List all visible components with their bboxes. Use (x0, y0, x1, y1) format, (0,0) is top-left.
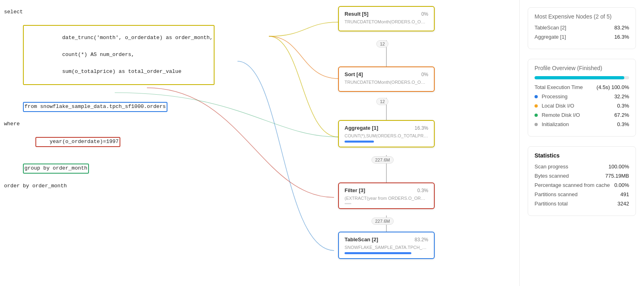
node-scan-header: TableScan [2] 83.2% (345, 236, 428, 242)
metric-dot-0 (535, 95, 538, 98)
sql-line-select: select (4, 8, 215, 17)
node-tablescan[interactable]: TableScan [2] 83.2% SNOWFLAKE_SAMPLE_DAT… (338, 232, 435, 259)
profile-metric-value-1: 0.3% (617, 103, 629, 109)
stat-value-4: 3242 (617, 201, 629, 207)
stat-label-3: Partitions scanned (535, 191, 578, 197)
node-filter-header: Filter [3] 0.3% (345, 187, 428, 193)
right-panel: Most Expensive Nodes (2 of 5) TableScan … (519, 0, 644, 286)
stat-value-0: 100.00% (609, 164, 629, 170)
stat-value-1: 775.19MB (605, 173, 629, 179)
profile-progress-fill (535, 76, 624, 79)
expensive-node-name-0: TableScan [2] (535, 25, 566, 31)
statistics-title: Statistics (535, 152, 629, 159)
node-scan-pct: 83.2% (415, 237, 428, 242)
statistics-section: Statistics Scan progress 100.00% Bytes s… (528, 146, 636, 216)
node-result-pct: 0% (421, 11, 428, 17)
metric-dot-1 (535, 104, 538, 108)
sql-orderby-line: order by order_month (4, 182, 215, 191)
expensive-node-pct-0: 83.2% (614, 25, 629, 31)
metric-dot-3 (535, 123, 538, 126)
sql-from-highlight: from snowflake_sample_data.tpch_sf1000.o… (23, 102, 167, 112)
profile-metric-label-3: Initialization (535, 121, 569, 127)
profile-metric-label-0: Processing (535, 93, 568, 99)
sql-where-line: where (4, 120, 215, 128)
metric-dot-2 (535, 114, 538, 117)
profile-metric-1: Local Disk I/O 0.3% (535, 103, 629, 109)
node-aggregate[interactable]: Aggregate [1] 16.3% COUNT(*),SUM(ORDERS.… (338, 120, 435, 147)
profile-metric-value-0: 32.2% (614, 93, 629, 99)
expensive-row-1: Aggregate [1] 16.3% (535, 34, 629, 40)
profile-exec-label: Total Execution Time (535, 84, 583, 90)
profile-metric-2: Remote Disk I/O 67.2% (535, 112, 629, 118)
profile-metric-0: Processing 32.2% (535, 93, 629, 99)
node-filter-title: Filter [3] (345, 187, 365, 193)
sql-code-block: select date_trunc('month', o_orderdate) … (4, 8, 215, 191)
sql-from-line: from snowflake_sample_data.tpch_sf1000.o… (4, 93, 215, 120)
expensive-nodes-title: Most Expensive Nodes (2 of 5) (535, 13, 629, 20)
expensive-row-0: TableScan [2] 83.2% (535, 25, 629, 31)
node-agg-sub: COUNT(*),SUM(ORDERS.O_TOTALPRICE) (345, 133, 428, 138)
sql-highlight-select-block: date_trunc('month', o_orderdate) as orde… (4, 17, 215, 93)
node-sort[interactable]: Sort [4] 0% TRUNCDATETOMonth(ORDERS.O_OR… (338, 66, 435, 92)
sql-where-condition-line: year(o_orderdate)=1997 (4, 128, 215, 155)
expensive-node-pct-1: 16.3% (614, 34, 629, 40)
stat-label-0: Scan progress (535, 164, 568, 170)
profile-exec-value: (4.5s) 100.0% (597, 84, 629, 90)
profile-progress-bar (535, 76, 629, 79)
node-agg-pct: 16.3% (415, 125, 428, 131)
profile-metric-value-3: 0.3% (617, 121, 629, 127)
node-filter-sub: (EXTRACT(year from ORDERS.O_ORDER... (345, 196, 428, 201)
node-agg-header: Aggregate [1] 16.3% (345, 125, 428, 131)
profile-overview-title: Profile Overview (Finished) (535, 65, 629, 71)
profile-overview-section: Profile Overview (Finished) Total Execut… (528, 59, 636, 137)
node-result-sub: TRUNCDATETOMonth(ORDERS.O_ORDE... (345, 19, 428, 24)
node-sort-pct: 0% (421, 72, 428, 77)
sql-where-highlight: year(o_orderdate)=1997 (35, 137, 120, 147)
stat-value-3: 491 (620, 191, 629, 197)
stat-value-2: 0.00% (614, 182, 629, 188)
edge-label-sort-agg: 12 (376, 98, 388, 105)
node-sort-header: Sort [4] 0% (345, 71, 428, 77)
sql-groupby-line: group by order_month (4, 155, 215, 182)
node-filter-bar (345, 203, 351, 204)
node-result-header: Result [5] 0% (345, 11, 428, 17)
stat-label-4: Partitions total (535, 201, 568, 207)
stat-row-4: Partitions total 3242 (535, 201, 629, 207)
node-sort-title: Sort [4] (345, 71, 363, 77)
sql-select-highlight: date_trunc('month', o_orderdate) as orde… (23, 25, 215, 85)
edge-label-result-sort: 12 (376, 40, 388, 48)
node-scan-bar (345, 252, 411, 254)
node-agg-bar (345, 141, 374, 143)
stat-row-0: Scan progress 100.00% (535, 164, 629, 170)
expensive-nodes-section: Most Expensive Nodes (2 of 5) TableScan … (528, 7, 636, 49)
node-filter-pct: 0.3% (417, 188, 428, 193)
sql-groupby-highlight: group by order_month (23, 164, 89, 174)
stat-label-2: Percentage scanned from cache (535, 182, 610, 188)
node-result-title: Result [5] (345, 11, 368, 17)
stat-row-2: Percentage scanned from cache 0.00% (535, 182, 629, 188)
node-scan-title: TableScan [2] (345, 236, 378, 242)
node-result[interactable]: Result [5] 0% TRUNCDATETOMonth(ORDERS.O_… (338, 6, 435, 31)
profile-metric-value-2: 67.2% (614, 112, 629, 118)
stat-row-1: Bytes scanned 775.19MB (535, 173, 629, 179)
profile-metric-label-2: Remote Disk I/O (535, 112, 580, 118)
node-filter[interactable]: Filter [3] 0.3% (EXTRACT(year from ORDER… (338, 182, 435, 209)
node-agg-title: Aggregate [1] (345, 125, 378, 131)
profile-exec-row: Total Execution Time (4.5s) 100.0% (535, 84, 629, 90)
expensive-node-name-1: Aggregate [1] (535, 34, 566, 40)
node-sort-sub: TRUNCDATETOMonth(ORDERS.O_ORDE... (345, 80, 428, 85)
profile-metric-label-1: Local Disk I/O (535, 103, 574, 109)
node-scan-sub: SNOWFLAKE_SAMPLE_DATA.TPCH_SF1... (345, 245, 428, 250)
stat-row-3: Partitions scanned 491 (535, 191, 629, 197)
stat-label-1: Bytes scanned (535, 173, 569, 179)
profile-metric-3: Initialization 0.3% (535, 121, 629, 127)
edge-label-agg-filter: 227.6M (372, 156, 394, 164)
main-diagram-area: select date_trunc('month', o_orderdate) … (0, 0, 519, 286)
edge-label-filter-scan: 227.6M (372, 218, 394, 225)
